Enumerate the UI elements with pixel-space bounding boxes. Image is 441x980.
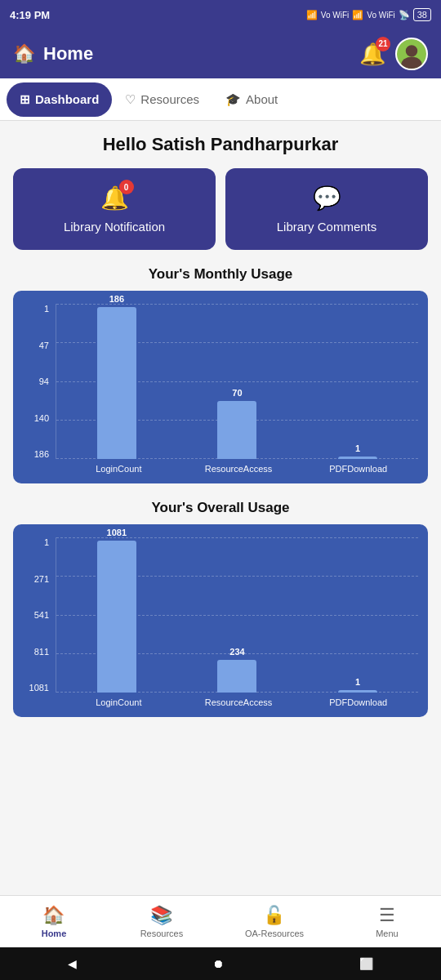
notification-badge: 21 [376,37,390,51]
overall-bar-pdfdownload-value: 1 [355,677,360,687]
library-comments-label: Library Comments [277,220,377,234]
oy-label-271: 271 [23,574,49,584]
library-notification-label: Library Notification [64,220,165,234]
overall-bar-resourceaccess-rect [217,660,256,693]
bottom-resources-icon: 📚 [150,905,172,926]
bar-pdfdownload-rect [338,457,377,459]
overall-bars-area: 1081 234 1 [56,537,418,693]
overall-y-labels: 1081 811 541 271 1 [23,537,49,693]
status-bar: 4:19 PM 📶 Vo WiFi 📶 Vo WiFi 📡 38 [0,0,441,29]
bar-logincount-value: 186 [109,294,124,304]
overall-usage-section: Your's Overall Usage 1081 811 541 271 1 [13,500,428,717]
bottom-menu-label: Menu [376,929,399,938]
monthly-bars-area: 186 70 1 [56,304,418,459]
wifi-icon: 📡 [399,10,410,20]
bottom-nav-oa-resources[interactable]: 🔓 OA-Resources [245,905,304,938]
bottom-menu-icon: ☰ [379,905,395,926]
overall-bar-resourceaccess-value: 234 [229,647,244,657]
y-label-1: 1 [23,304,49,314]
card-bell-icon: 🔔 0 [100,185,129,212]
bar-pdfdownload: 1 [338,443,377,459]
y-label-140: 140 [23,413,49,423]
monthly-usage-title: Your's Monthly Usage [13,266,428,283]
bar-logincount-rect [97,307,136,459]
overall-bar-pdfdownload-rect [338,690,377,693]
overall-bar-logincount-rect [97,541,136,693]
greeting: Hello Satish Pandharpurkar [13,134,428,155]
y-label-94: 94 [23,376,49,386]
library-notification-card[interactable]: 🔔 0 Library Notification [13,168,216,250]
home-icon: 🏠 [13,43,35,65]
bottom-nav-menu[interactable]: ☰ Menu [363,905,412,938]
bar-resourceaccess-value: 70 [232,388,242,398]
main-content: Hello Satish Pandharpurkar 🔔 0 Library N… [0,121,441,844]
android-home-btn[interactable]: ⏺ [212,957,224,970]
overall-x-labels: LoginCount ResourceAccess PDFDownload [23,697,418,707]
battery-indicator: 38 [413,8,431,21]
y-label-47: 47 [23,341,49,350]
bottom-nav-home[interactable]: 🏠 Home [29,905,78,938]
library-comments-card[interactable]: 💬 Library Comments [225,168,428,250]
tab-dashboard-label: Dashboard [35,92,99,106]
card-row: 🔔 0 Library Notification 💬 Library Comme… [13,168,428,250]
tab-about-label: About [246,92,278,106]
monthly-usage-section: Your's Monthly Usage 186 140 94 47 1 [13,266,428,483]
nav-tabs: ⊞ Dashboard ♡ Resources 🎓 About [0,78,441,121]
bar-pdfdownload-value: 1 [355,443,360,453]
signal-icon2: 📶 [352,10,363,20]
bottom-nav-resources[interactable]: 📚 Resources [137,905,186,938]
tab-dashboard[interactable]: ⊞ Dashboard [7,82,112,117]
status-icons: 📶 Vo WiFi 📶 Vo WiFi 📡 38 [306,8,431,21]
oy-label-541: 541 [23,610,49,620]
android-nav-bar: ◀ ⏺ ⬜ [0,947,441,980]
android-square-btn[interactable]: ⬜ [359,957,373,970]
oy-label-1: 1 [23,537,49,547]
card-comment-icon: 💬 [313,185,341,212]
bottom-resources-label: Resources [140,929,184,938]
vo-wifi-label2: Vo WiFi [367,11,394,20]
ox-label-login: LoginCount [59,697,179,707]
tab-about[interactable]: 🎓 About [212,82,291,117]
signal-icon: 📶 [306,10,318,20]
notification-bell-wrapper[interactable]: 🔔 21 [359,42,385,67]
heart-icon: ♡ [125,92,136,107]
card-notif-badge: 0 [119,180,134,194]
overall-bar-logincount-value: 1081 [107,528,127,537]
overall-bar-logincount: 1081 [97,528,136,693]
avatar[interactable] [395,38,428,70]
monthly-usage-chart: 186 140 94 47 1 [13,291,428,483]
android-back-btn[interactable]: ◀ [68,957,77,970]
graduation-icon: 🎓 [225,92,241,107]
x-label-resource: ResourceAccess [179,464,299,474]
header-title: Home [43,43,93,65]
svg-point-1 [406,45,417,56]
overall-usage-title: Your's Overall Usage [13,500,428,516]
bottom-nav: 🏠 Home 📚 Resources 🔓 OA-Resources ☰ Menu [0,895,441,947]
tab-resources[interactable]: ♡ Resources [112,82,212,117]
y-label-186: 186 [23,449,49,459]
header: 🏠 Home 🔔 21 [0,29,441,78]
bar-logincount: 186 [97,294,136,459]
dashboard-icon: ⊞ [20,92,30,107]
monthly-x-labels: LoginCount ResourceAccess PDFDownload [23,464,418,474]
ox-label-pdf: PDFDownload [298,697,418,707]
header-right: 🔔 21 [359,38,428,70]
bottom-oa-label: OA-Resources [245,929,304,938]
ox-label-resource: ResourceAccess [179,697,299,707]
overall-bar-pdfdownload: 1 [338,677,377,693]
bar-resourceaccess-rect [217,401,256,459]
bottom-home-icon: 🏠 [42,905,65,926]
oy-label-811: 811 [23,647,49,657]
header-left: 🏠 Home [13,43,93,65]
oy-label-1081: 1081 [23,683,49,693]
x-label-login: LoginCount [59,464,179,474]
bottom-oa-icon: 🔓 [263,905,285,926]
overall-usage-chart: 1081 811 541 271 1 [13,524,428,717]
overall-bar-resourceaccess: 234 [217,647,256,693]
monthly-y-labels: 186 140 94 47 1 [23,304,49,459]
tab-resources-label: Resources [140,92,199,106]
status-time: 4:19 PM [10,9,50,21]
bottom-home-label: Home [42,929,67,938]
x-label-pdf: PDFDownload [298,464,418,474]
bar-resourceaccess: 70 [217,388,256,459]
